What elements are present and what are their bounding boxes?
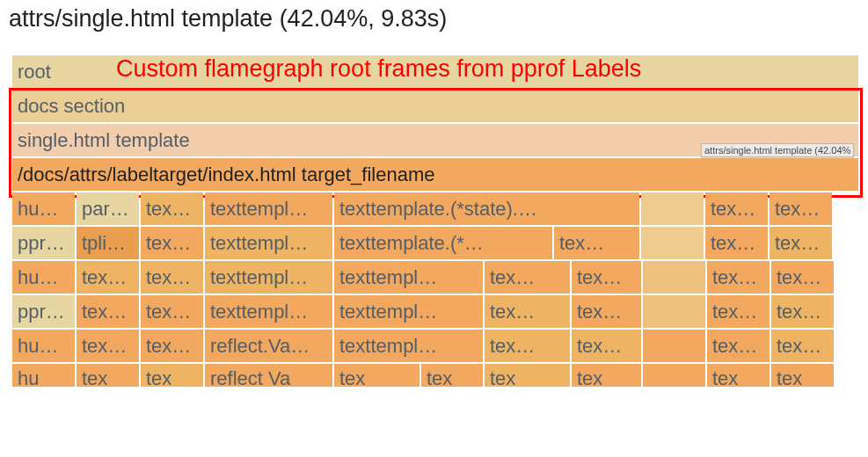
flame-frame[interactable]: tex [421, 364, 483, 387]
flame-row: hutextexreflect Vatextextextextextex [12, 364, 859, 387]
flame-frame[interactable]: tex… [572, 295, 641, 328]
flame-frame[interactable] [643, 330, 705, 362]
page-title: attrs/single.html template (42.04%, 9.83… [7, 0, 861, 55]
flame-frame[interactable]: hu… [12, 330, 75, 362]
flame-frame[interactable]: tex… [77, 295, 139, 328]
flame-frame[interactable]: tex… [141, 330, 203, 362]
flame-frame[interactable]: tex [771, 364, 834, 387]
flame-frame[interactable]: texttempl… [205, 192, 332, 225]
flame-frame[interactable]: tex… [707, 261, 770, 294]
flame-frame[interactable]: texttemplate.(*state).… [334, 192, 639, 225]
flame-frame[interactable]: tex… [485, 330, 570, 362]
flame-frame[interactable]: tex… [770, 227, 832, 259]
flame-frame[interactable]: tex… [707, 330, 770, 362]
flame-frame[interactable]: tex… [771, 295, 834, 328]
flame-frame[interactable]: tex [485, 364, 570, 387]
flame-frame[interactable]: par… [77, 192, 139, 225]
flame-frame[interactable]: tex… [141, 227, 203, 259]
flame-frame[interactable]: hu… [12, 261, 75, 294]
flame-frame[interactable]: tex… [771, 330, 834, 362]
flame-row-target-filename: /docs/attrs/labeltarget/index.html targe… [12, 158, 859, 191]
flame-row-root: root Custom flamegraph root frames from … [12, 55, 859, 88]
flame-frame[interactable] [643, 364, 705, 387]
flame-frame[interactable]: tex… [485, 295, 570, 328]
flame-frame[interactable]: texttempl… [334, 330, 483, 362]
flame-frame-docs-section[interactable]: docs section [12, 90, 858, 122]
flame-frame[interactable]: tex… [572, 330, 641, 362]
flame-frame[interactable]: tex… [141, 295, 203, 328]
flame-frame[interactable]: tex… [705, 192, 768, 225]
flame-row: ppr…tex…tex…texttempl…texttempl…tex…tex…… [12, 295, 859, 328]
flame-frame[interactable]: tex [141, 364, 203, 387]
flame-frame-root[interactable]: root [12, 55, 858, 88]
flame-row: ppr…tpli…tex…texttempl…texttemplate.(*…t… [12, 227, 859, 259]
flame-frame[interactable]: tex [77, 364, 139, 387]
flame-frame[interactable]: tex… [705, 227, 768, 259]
flame-frame[interactable]: tex [334, 364, 419, 387]
flamegraph: root Custom flamegraph root frames from … [12, 55, 859, 387]
page: attrs/single.html template (42.04%, 9.83… [0, 0, 868, 387]
flame-frame[interactable]: tex… [572, 261, 641, 294]
flame-frame[interactable] [641, 192, 704, 225]
flame-row: hu…par…tex…texttempl…texttemplate.(*stat… [12, 192, 859, 225]
flame-frame[interactable]: tex [707, 364, 770, 387]
flame-frame[interactable]: tex… [770, 192, 832, 225]
flame-frame[interactable]: texttempl… [205, 295, 332, 328]
flame-row: hu…tex…tex…reflect.Va…texttempl…tex…tex…… [12, 330, 859, 362]
frame-tooltip: attrs/single.html template (42.04% [701, 143, 854, 157]
flame-frame[interactable]: tpli… [77, 227, 139, 259]
flame-frame[interactable]: reflect.Va… [205, 330, 332, 362]
flame-frame[interactable]: tex [572, 364, 641, 387]
flame-frame[interactable]: hu [12, 364, 75, 387]
flame-frame[interactable]: tex… [707, 295, 770, 328]
flame-frame[interactable]: hu… [12, 192, 75, 225]
flame-frame[interactable]: ppr… [12, 227, 75, 259]
flame-row: hu…tex…tex…texttempl…texttempl…tex…tex…t… [12, 261, 859, 294]
flame-frame[interactable] [641, 227, 704, 259]
flame-frame[interactable]: texttemplate.(*… [334, 227, 552, 259]
flame-frame[interactable] [643, 261, 705, 294]
flame-frame[interactable]: tex… [771, 261, 834, 294]
flame-frame[interactable]: tex… [485, 261, 570, 294]
flame-frame[interactable] [643, 295, 705, 328]
flame-frame[interactable]: reflect Va [205, 364, 332, 387]
flame-frame[interactable]: texttempl… [334, 261, 483, 294]
flame-frame[interactable]: tex… [554, 227, 639, 259]
flame-frame[interactable]: texttempl… [334, 295, 483, 328]
flame-frame[interactable]: tex… [141, 192, 203, 225]
flame-frame[interactable]: tex… [77, 330, 139, 362]
flame-frame[interactable]: texttempl… [205, 227, 332, 259]
flame-row-docs: docs section [12, 90, 859, 122]
flame-frame[interactable]: tex… [77, 261, 139, 294]
flame-frame[interactable]: texttempl… [205, 261, 332, 294]
flame-frame[interactable]: tex… [141, 261, 203, 294]
flame-frame[interactable]: ppr… [12, 295, 75, 328]
flame-frame-target-filename[interactable]: /docs/attrs/labeltarget/index.html targe… [12, 158, 858, 191]
